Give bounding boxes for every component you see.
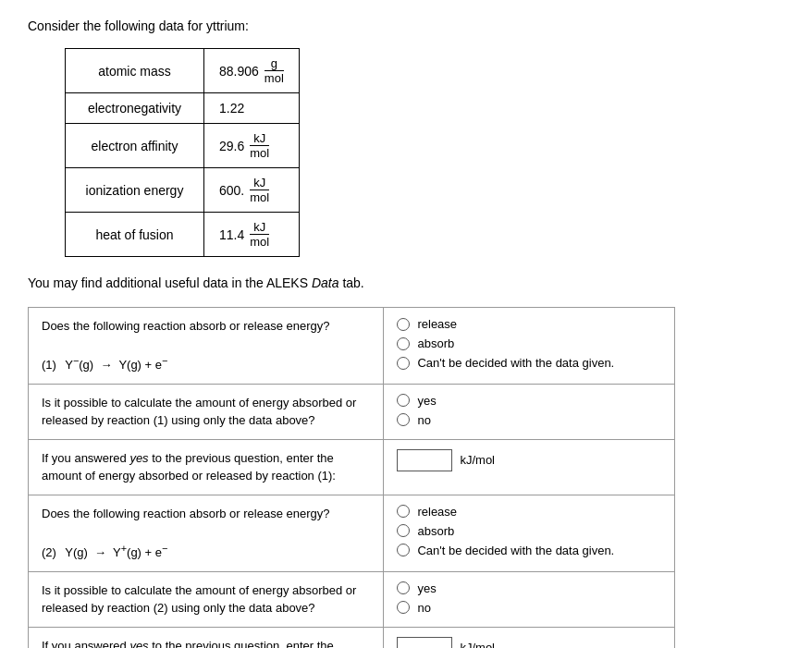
radio-label: absorb xyxy=(417,336,454,350)
radio-option[interactable]: no xyxy=(397,601,661,615)
radio-circle[interactable] xyxy=(397,337,410,350)
property-cell: heat of fusion xyxy=(66,213,204,257)
value-cell: 88.906 g mol xyxy=(204,49,300,93)
radio-option[interactable]: yes xyxy=(397,581,661,595)
intro-text: Consider the following data for yttrium: xyxy=(28,18,784,33)
radio-label: no xyxy=(417,601,430,615)
radio-option[interactable]: release xyxy=(397,505,661,519)
value-cell: 1.22 xyxy=(204,93,300,124)
question-left-q6: If you answered yes to the previous ques… xyxy=(29,627,384,648)
radio-label: no xyxy=(417,413,430,427)
radio-circle[interactable] xyxy=(397,413,410,426)
radio-circle[interactable] xyxy=(397,581,410,594)
question-right-q4: release absorb Can't be decided with the… xyxy=(384,495,675,571)
radio-circle[interactable] xyxy=(397,524,410,537)
radio-circle[interactable] xyxy=(397,357,410,370)
property-cell: ionization energy xyxy=(66,168,204,213)
radio-circle[interactable] xyxy=(397,318,410,331)
radio-circle[interactable] xyxy=(397,544,410,556)
question-left-q5: Is it possible to calculate the amount o… xyxy=(29,571,384,627)
radio-label: Can't be decided with the data given. xyxy=(417,544,614,557)
radio-option[interactable]: absorb xyxy=(397,524,661,538)
unit-label: kJ/mol xyxy=(460,453,495,467)
question-right-q1: release absorb Can't be decided with the… xyxy=(384,308,675,385)
unit-label: kJ/mol xyxy=(460,641,495,648)
radio-label: absorb xyxy=(417,524,454,538)
question-right-q5: yes no xyxy=(384,571,675,627)
radio-option[interactable]: release xyxy=(397,317,661,331)
property-cell: atomic mass xyxy=(66,49,204,93)
energy-input[interactable] xyxy=(397,449,452,471)
question-left-q4: Does the following reaction absorb or re… xyxy=(29,495,384,571)
radio-option[interactable]: no xyxy=(397,413,661,427)
radio-label: release xyxy=(417,317,457,331)
radio-label: Can't be decided with the data given. xyxy=(417,356,614,370)
question-left-q1: Does the following reaction absorb or re… xyxy=(29,308,384,385)
value-cell: 600. kJ mol xyxy=(204,168,300,213)
radio-circle[interactable] xyxy=(397,394,410,407)
radio-label: yes xyxy=(417,581,436,595)
question-right-q6: kJ/mol xyxy=(384,627,675,648)
radio-label: release xyxy=(417,505,457,519)
data-table: atomic mass 88.906 g mol electronegativi… xyxy=(65,48,300,257)
radio-option[interactable]: absorb xyxy=(397,336,661,350)
questions-table: Does the following reaction absorb or re… xyxy=(28,307,675,648)
question-left-q3: If you answered yes to the previous ques… xyxy=(29,439,384,495)
question-left-q2: Is it possible to calculate the amount o… xyxy=(29,384,384,439)
radio-circle[interactable] xyxy=(397,601,410,614)
radio-label: yes xyxy=(417,394,436,408)
aleks-note: You may find additional useful data in t… xyxy=(28,275,784,290)
value-cell: 29.6 kJ mol xyxy=(204,124,300,168)
radio-circle[interactable] xyxy=(397,505,410,518)
question-right-q3: kJ/mol xyxy=(384,439,675,495)
radio-option[interactable]: Can't be decided with the data given. xyxy=(397,356,661,370)
radio-option[interactable]: Can't be decided with the data given. xyxy=(397,544,661,557)
question-right-q2: yes no xyxy=(384,384,675,439)
property-cell: electron affinity xyxy=(66,124,204,168)
value-cell: 11.4 kJ mol xyxy=(204,213,300,257)
energy-input[interactable] xyxy=(397,637,452,648)
radio-option[interactable]: yes xyxy=(397,394,661,408)
property-cell: electronegativity xyxy=(66,93,204,124)
